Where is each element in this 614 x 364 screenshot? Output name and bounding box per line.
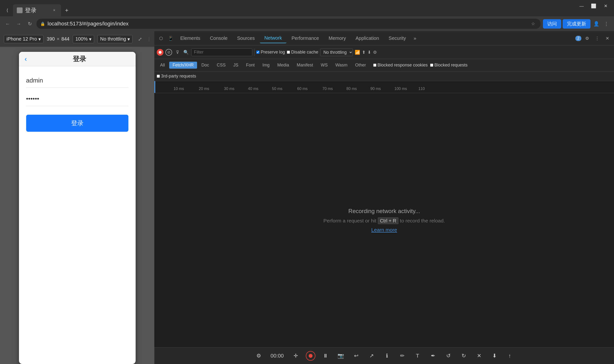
back-btn[interactable]: ←: [3, 19, 12, 28]
preserve-log-checkbox[interactable]: Preserve log: [256, 50, 285, 55]
address-star-btn[interactable]: ☆: [530, 20, 537, 27]
device-icon[interactable]: 📱: [166, 34, 175, 43]
bottom-time: 00:00: [269, 353, 286, 359]
filter-tab-ws[interactable]: WS: [317, 62, 331, 69]
inspect-icon[interactable]: ⬡: [157, 34, 165, 43]
reload-btn[interactable]: ↻: [26, 19, 34, 28]
download-icon[interactable]: ⬇: [367, 50, 371, 55]
tab-memory[interactable]: Memory: [324, 34, 350, 43]
hint-text2: to record the reload.: [400, 218, 445, 223]
bottom-pen-btn[interactable]: ✒: [428, 351, 438, 361]
width-value: 390: [47, 36, 55, 42]
bottom-forward-diag-btn[interactable]: ↗: [366, 351, 377, 361]
devtools-dots-btn[interactable]: ⋮: [593, 34, 601, 43]
phone-back-btn[interactable]: ‹: [25, 55, 27, 63]
device-selector[interactable]: iPhone 12 Pro ▾: [4, 35, 43, 43]
new-tab-btn[interactable]: +: [62, 4, 72, 16]
device-name: iPhone 12 Pro: [6, 36, 37, 42]
devtools-close-btn[interactable]: ✕: [603, 34, 612, 43]
filter-tab-css[interactable]: CSS: [213, 62, 229, 69]
bottom-crosshair-btn[interactable]: ✛: [290, 351, 301, 361]
filter-tab-fetch-xhr[interactable]: Fetch/XHR: [169, 62, 197, 69]
password-input[interactable]: [26, 92, 128, 106]
disable-cache-checkbox[interactable]: Disable cache: [287, 50, 318, 55]
rotate-btn[interactable]: ⤢: [136, 35, 144, 43]
bottom-redo-btn[interactable]: ↻: [458, 351, 469, 361]
clear-btn[interactable]: ⊘: [165, 49, 172, 56]
mark-10ms: 10 ms: [173, 87, 184, 91]
tab-prev-btn[interactable]: ⟨: [2, 4, 12, 16]
filter-tab-doc[interactable]: Doc: [198, 62, 212, 69]
network-content: Recording network activity... Perform a …: [154, 93, 614, 347]
mark-70ms: 70 ms: [322, 87, 333, 91]
record-btn[interactable]: [157, 49, 163, 56]
filter-tab-media[interactable]: Media: [274, 62, 292, 69]
upload-icon[interactable]: ⬆: [362, 50, 366, 55]
forward-btn[interactable]: →: [14, 19, 23, 28]
address-bar[interactable]: 🔒 localhost:5173/#/pages/login/index ☆: [37, 19, 541, 29]
bottom-download-btn[interactable]: ⬇: [489, 351, 500, 361]
throttle-selector[interactable]: No throttling ▾: [97, 35, 132, 43]
bottom-pause-btn[interactable]: ⏸: [320, 351, 331, 361]
bottom-back-btn[interactable]: ↩: [351, 351, 362, 361]
throttle-dropdown[interactable]: No throttling: [320, 49, 353, 56]
blocked-requests-checkbox[interactable]: Blocked requests: [430, 63, 468, 68]
filter-icon[interactable]: ⊽: [174, 49, 181, 56]
tab-elements[interactable]: Elements: [176, 34, 205, 43]
filter-tab-manifest[interactable]: Manifest: [293, 62, 316, 69]
phone-frame: ‹ 登录 document.querySelector('[data-name=…: [19, 52, 136, 364]
bottom-edit-btn[interactable]: ✏: [397, 351, 407, 361]
bottom-info-btn[interactable]: ℹ: [382, 351, 392, 361]
bottom-share-btn[interactable]: ↑: [505, 351, 515, 361]
disable-cache-input[interactable]: [287, 51, 290, 54]
separator-1: [254, 49, 254, 56]
mark-110: 110: [418, 87, 425, 91]
wifi-icon[interactable]: 📶: [355, 50, 360, 55]
bottom-undo-btn[interactable]: ↺: [443, 351, 454, 361]
tab-sources[interactable]: Sources: [233, 34, 259, 43]
bottom-screenshot-btn[interactable]: 📷: [336, 351, 346, 361]
dimension-display: 390 × 844: [47, 36, 69, 42]
active-tab[interactable]: 登录 ×: [13, 4, 61, 16]
tab-close-btn[interactable]: ×: [51, 7, 57, 13]
browser-chrome: ⟨ 登录 × + — ⬜ ✕ ← → ↻ 🔒 localhost:5173/#/…: [0, 0, 614, 31]
maximize-btn[interactable]: ⬜: [590, 2, 597, 10]
mark-30ms: 30 ms: [224, 87, 235, 91]
filter-tab-other[interactable]: Other: [352, 62, 369, 69]
devtools-settings-btn[interactable]: ⚙: [583, 34, 591, 43]
profile-btn[interactable]: 👤: [592, 19, 601, 28]
more-tabs-btn[interactable]: »: [411, 34, 419, 43]
settings-btn[interactable]: ⋮: [602, 19, 611, 28]
visit-btn[interactable]: 访问: [543, 19, 561, 28]
chevron-down-icon: ▾: [39, 36, 41, 42]
filter-input[interactable]: [191, 49, 252, 56]
tab-console[interactable]: Console: [206, 34, 232, 43]
search-icon[interactable]: 🔍: [183, 49, 189, 56]
username-input[interactable]: [26, 73, 128, 88]
learn-more-link[interactable]: Learn more: [371, 227, 397, 233]
filter-tab-font[interactable]: Font: [243, 62, 258, 69]
zoom-selector[interactable]: 100% ▾: [73, 35, 94, 43]
preserve-log-input[interactable]: [256, 51, 260, 54]
blocked-cookies-label: Blocked response cookies: [378, 63, 428, 68]
filter-tab-wasm[interactable]: Wasm: [332, 62, 351, 69]
bottom-record-btn[interactable]: [306, 351, 315, 361]
blocked-cookies-checkbox[interactable]: Blocked response cookies: [373, 63, 428, 68]
tab-performance[interactable]: Performance: [287, 34, 324, 43]
tab-network[interactable]: Network: [260, 33, 286, 43]
bottom-text-btn[interactable]: T: [412, 351, 423, 361]
tab-application[interactable]: Application: [351, 34, 383, 43]
filter-tab-js[interactable]: JS: [230, 62, 242, 69]
login-button[interactable]: 登录: [26, 115, 128, 132]
bottom-close-btn[interactable]: ✕: [474, 351, 484, 361]
gear-icon[interactable]: ⚙: [373, 50, 377, 55]
filter-tab-all[interactable]: All: [157, 62, 168, 69]
third-party-row: 3rd-party requests: [154, 72, 614, 81]
minimize-btn[interactable]: —: [578, 2, 585, 10]
bottom-settings-btn[interactable]: ⚙: [253, 351, 264, 361]
tab-security[interactable]: Security: [384, 34, 410, 43]
third-party-checkbox[interactable]: 3rd-party requests: [157, 74, 196, 79]
close-btn[interactable]: ✕: [602, 2, 609, 10]
update-btn[interactable]: 完成更新: [563, 19, 590, 28]
filter-tab-img[interactable]: Img: [259, 62, 273, 69]
